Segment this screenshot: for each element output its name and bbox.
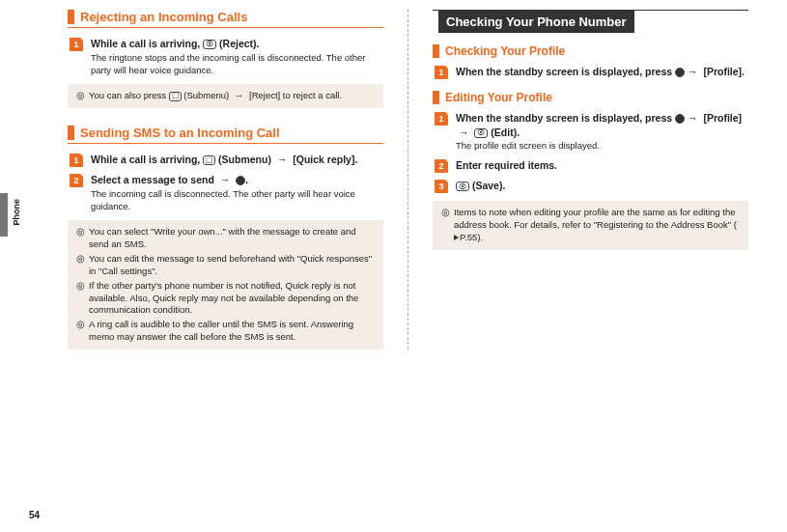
step-badge: 1: [435, 112, 448, 126]
arrow-icon: →: [685, 66, 701, 77]
step-title: Enter required items.: [456, 158, 748, 173]
step-title: While a call is arriving, ☐ (Submenu) → …: [91, 153, 383, 167]
heading-check-profile-text: Checking Your Profile: [445, 44, 565, 58]
center-key-icon: [236, 176, 245, 185]
note-mark-icon: ◎: [76, 319, 85, 344]
heading-edit-profile-text: Editing Your Profile: [445, 91, 552, 104]
arrow-icon: →: [456, 126, 472, 138]
t: (Reject).: [216, 38, 259, 49]
arrow-icon: →: [217, 174, 234, 185]
key-icon: ⦿: [203, 40, 216, 49]
submenu-key-icon: ☐: [203, 155, 215, 165]
note-box-sms: ◎You can select "Write your own..." with…: [68, 220, 383, 349]
edit-step-1: 1 When the standby screen is displayed, …: [433, 111, 748, 153]
right-column: Checking Your Phone Number Checking Your…: [408, 10, 763, 350]
t: While a call is arriving,: [91, 38, 203, 49]
heading-rejecting: Rejecting an Incoming Calls: [68, 10, 383, 28]
heading-phone-number: Checking Your Phone Number: [433, 10, 748, 33]
left-column: Rejecting an Incoming Calls 1 While a ca…: [53, 10, 408, 350]
step-badge: 2: [435, 159, 448, 173]
note-mark-icon: ◎: [441, 207, 450, 243]
t: When the standby screen is displayed, pr…: [456, 66, 675, 77]
key-icon: ⦿: [474, 128, 488, 138]
heading-check-profile: Checking Your Profile: [433, 44, 748, 58]
check-step-1: 1 When the standby screen is displayed, …: [433, 65, 748, 79]
t: When the standby screen is displayed, pr…: [456, 112, 675, 124]
edit-step-2: 2 Enter required items.: [433, 158, 748, 173]
reject-step-1: 1 While a call is arriving, ⦿ (Reject). …: [68, 37, 383, 76]
center-key-icon: [675, 68, 685, 77]
step-sub: The incoming call is disconnected. The o…: [91, 188, 383, 213]
t: (Edit).: [488, 126, 520, 138]
sms-step-2: 2 Select a message to send → . The incom…: [68, 173, 383, 212]
heading-phone-number-text: Checking Your Phone Number: [438, 11, 634, 33]
heading-rejecting-text: Rejecting an Incoming Calls: [80, 10, 247, 24]
note-mark-icon: ◎: [76, 253, 85, 278]
t: [Profile]: [701, 112, 743, 124]
t: (Save).: [469, 180, 505, 191]
key-icon: ⦿: [456, 182, 469, 191]
page-content: Rejecting an Incoming Calls 1 While a ca…: [0, 0, 787, 383]
note-text: You can edit the message to send beforeh…: [89, 253, 375, 278]
note-mark-icon: ◎: [76, 226, 85, 251]
note-text: Items to note when editing your profile …: [454, 207, 740, 243]
t: [Profile].: [701, 66, 745, 77]
note-text: If the other party's phone number is not…: [89, 280, 375, 317]
t: [Quick reply].: [290, 154, 357, 165]
heading-edit-profile: Editing Your Profile: [433, 91, 748, 104]
t: P.55).: [460, 232, 483, 242]
note-mark-icon: ◎: [76, 280, 85, 317]
step-sub: The profile edit screen is displayed.: [456, 140, 748, 153]
center-key-icon: [675, 114, 685, 124]
note-box-profile: ◎ Items to note when editing your profil…: [433, 201, 748, 249]
t: .: [245, 174, 248, 185]
step-badge: 1: [435, 66, 448, 79]
step-badge: 1: [70, 154, 83, 167]
heading-sms: Sending SMS to an Incoming Call: [68, 126, 383, 144]
note-box-reject: ◎ You can also press ☐ (Submenu) → [Reje…: [68, 84, 383, 108]
t: (Submenu): [215, 154, 274, 165]
t: While a call is arriving,: [91, 154, 203, 165]
page-number: 54: [29, 510, 40, 520]
step-badge: 3: [435, 180, 448, 193]
step-badge: 1: [70, 38, 83, 51]
step-title: Select a message to send → .: [91, 173, 383, 187]
step-title: When the standby screen is displayed, pr…: [456, 111, 748, 139]
step-title: While a call is arriving, ⦿ (Reject).: [91, 37, 383, 51]
arrow-icon: →: [685, 112, 701, 124]
note-text: A ring call is audible to the caller unt…: [89, 319, 375, 344]
arrow-icon: →: [232, 90, 247, 100]
t: (Submenu): [182, 90, 232, 100]
t: Items to note when editing your profile …: [454, 207, 737, 230]
note-text: You can select "Write your own..." with …: [89, 226, 375, 251]
step-title: ⦿ (Save).: [456, 179, 748, 193]
side-tab: [0, 193, 8, 237]
sms-step-1: 1 While a call is arriving, ☐ (Submenu) …: [68, 153, 383, 167]
step-title: When the standby screen is displayed, pr…: [456, 65, 748, 79]
side-label: Phone: [12, 199, 21, 226]
triangle-icon: [454, 235, 459, 240]
note-mark-icon: ◎: [76, 90, 85, 102]
step-sub: The ringtone stops and the incoming call…: [91, 52, 383, 77]
edit-step-3: 3 ⦿ (Save).: [433, 179, 748, 193]
submenu-key-icon: ☐: [169, 92, 182, 101]
t: [Reject] to reject a call.: [246, 90, 342, 100]
t: You can also press: [89, 90, 169, 100]
t: Select a message to send: [91, 174, 217, 185]
heading-sms-text: Sending SMS to an Incoming Call: [80, 126, 280, 140]
arrow-icon: →: [274, 154, 291, 165]
step-badge: 2: [70, 174, 83, 187]
note-text: You can also press ☐ (Submenu) → [Reject…: [89, 90, 342, 102]
